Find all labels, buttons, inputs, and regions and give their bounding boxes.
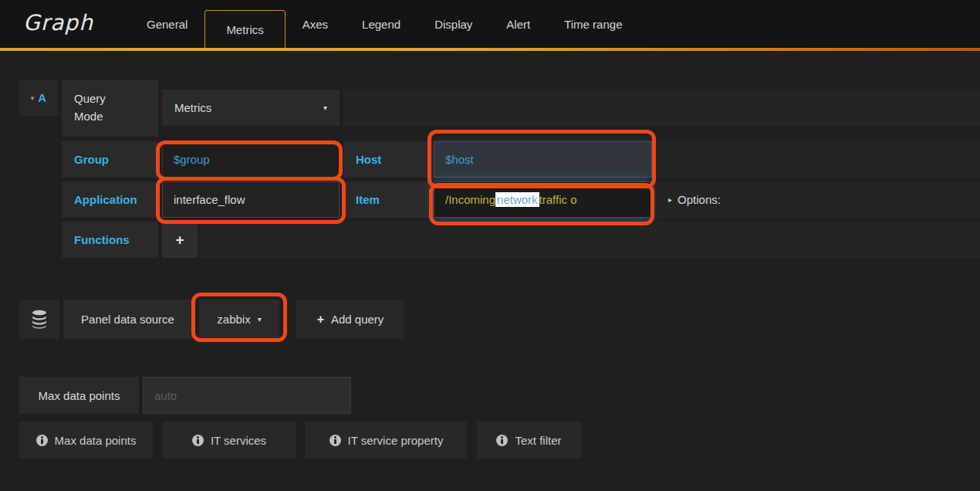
query-mode-row-filler <box>343 90 980 126</box>
helper-button-text-filter[interactable]: Text filter <box>477 422 581 459</box>
query-mode-label: Query Mode <box>62 80 158 137</box>
application-label: Application <box>62 181 158 218</box>
tab-legend[interactable]: Legend <box>345 0 417 48</box>
item-label: Item <box>343 181 430 218</box>
info-icon <box>329 435 341 446</box>
tab-axes[interactable]: Axes <box>286 0 345 48</box>
chevron-down-icon: ▾ <box>31 94 35 102</box>
caret-down-icon: ▾ <box>323 103 327 112</box>
options-toggle[interactable]: ▸ Options: <box>656 181 980 218</box>
group-label: Group <box>62 141 158 178</box>
query-mode-value: Metrics <box>174 101 211 114</box>
functions-row-filler <box>200 222 980 258</box>
panel-type-title: Graph <box>23 10 93 36</box>
annotation-group-field <box>156 141 343 181</box>
panel-data-source-label: Panel data source <box>63 300 192 339</box>
tab-display[interactable]: Display <box>417 0 489 48</box>
query-mode-select[interactable]: Metrics ▾ <box>162 90 340 126</box>
editor-tabs: General Metrics Axes Legend Display Aler… <box>130 0 639 48</box>
annotation-application-field <box>156 177 346 224</box>
database-icon <box>31 310 48 329</box>
datasource-icon-box <box>19 300 59 339</box>
tab-metrics[interactable]: Metrics <box>204 10 285 48</box>
helper-button-max-data-points[interactable]: Max data points <box>19 422 153 459</box>
info-icon <box>496 435 508 446</box>
max-data-points-label: Max data points <box>19 377 139 414</box>
max-data-points-input[interactable] <box>143 377 351 414</box>
functions-label: Functions <box>62 222 158 258</box>
host-label: Host <box>343 141 430 178</box>
info-icon <box>192 435 204 446</box>
host-row-filler <box>656 141 980 178</box>
add-function-button[interactable]: + <box>162 222 198 258</box>
options-label: Options: <box>678 193 721 206</box>
tab-time-range[interactable]: Time range <box>547 0 639 48</box>
annotation-datasource-select <box>191 293 287 342</box>
add-query-button[interactable]: + Add query <box>296 300 404 339</box>
header-accent-underline <box>0 48 980 51</box>
info-icon <box>36 435 48 446</box>
tab-general[interactable]: General <box>130 0 204 48</box>
annotation-host-field <box>427 130 656 188</box>
helper-button-it-services[interactable]: IT services <box>163 422 296 459</box>
helper-button-it-service-property[interactable]: IT service property <box>306 422 467 459</box>
grafana-panel-editor: Graph General Metrics Axes Legend Displa… <box>0 0 980 491</box>
tab-alert[interactable]: Alert <box>489 0 547 48</box>
query-collapse-button[interactable]: ▾ A <box>19 80 58 116</box>
query-ref-id: A <box>38 91 46 104</box>
plus-icon: + <box>317 313 324 327</box>
caret-right-icon: ▸ <box>668 195 672 204</box>
annotation-item-field <box>429 183 654 225</box>
editor-header: Graph General Metrics Axes Legend Displa… <box>0 0 980 48</box>
